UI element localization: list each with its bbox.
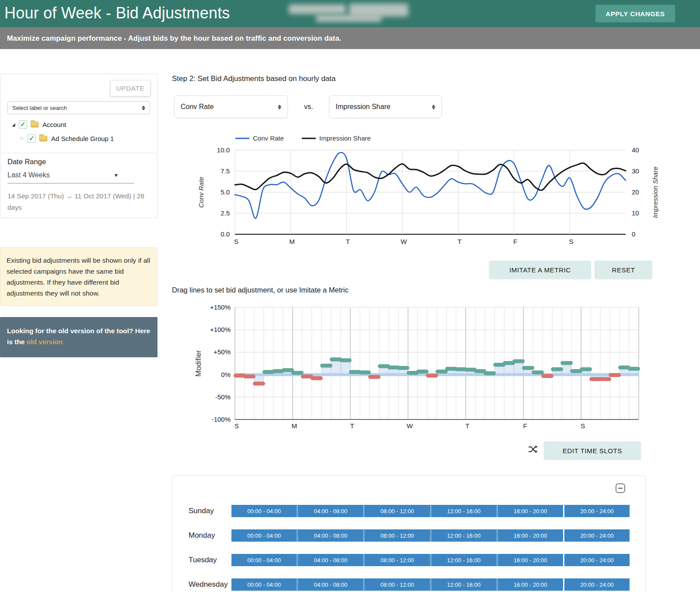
checkbox-checked[interactable] xyxy=(19,120,27,129)
svg-text:Conv Rate: Conv Rate xyxy=(253,134,284,142)
metric-select-secondary-value: Impression Share xyxy=(336,103,390,111)
modifier-handle[interactable] xyxy=(512,359,525,363)
modifier-step-chart[interactable]: +150%+100%+50%0%-50%-100%SMTWTFSModifier xyxy=(172,302,664,433)
reset-button[interactable]: RESET xyxy=(595,261,652,279)
svg-text:2.5: 2.5 xyxy=(220,209,230,217)
modifier-handle[interactable] xyxy=(340,358,352,362)
time-slot-chip[interactable]: 12:00 - 16:00 xyxy=(430,505,497,517)
metric-select-secondary[interactable]: Impression Share xyxy=(329,95,442,118)
shuffle-icon[interactable] xyxy=(527,444,539,455)
svg-text:10.0: 10.0 xyxy=(217,146,230,154)
tree-item-ad-schedule-group[interactable]: ▷ Ad Schedule Group 1 xyxy=(21,133,114,144)
folder-icon xyxy=(39,136,47,141)
checkbox-checked[interactable] xyxy=(28,134,36,143)
svg-text:T: T xyxy=(346,238,350,245)
modifier-handle[interactable] xyxy=(291,371,304,375)
time-slot-row: Tuesday00:00 - 04:0004:00 - 08:0008:00 -… xyxy=(172,554,645,566)
label-search-placeholder: Select label or search xyxy=(12,105,67,111)
modifier-handle[interactable] xyxy=(368,375,381,379)
metric-select-primary[interactable]: Conv Rate xyxy=(174,95,288,118)
modifier-handle[interactable] xyxy=(532,370,544,374)
modifier-handle[interactable] xyxy=(522,366,534,370)
modifier-handle[interactable] xyxy=(580,367,592,371)
collapse-icon[interactable] xyxy=(616,483,625,493)
time-slot-chip[interactable]: 04:00 - 08:00 xyxy=(297,529,363,542)
time-slot-chip[interactable]: 08:00 - 12:00 xyxy=(363,578,430,591)
time-slot-chip[interactable]: 04:00 - 08:00 xyxy=(297,554,363,566)
old-version-link[interactable]: old version xyxy=(27,338,63,345)
time-slot-row: Sunday00:00 - 04:0004:00 - 08:0008:00 - … xyxy=(172,505,645,517)
modifier-handle[interactable] xyxy=(483,371,496,375)
expander-closed-icon[interactable]: ▷ xyxy=(21,136,27,141)
time-slot-chip[interactable]: 00:00 - 04:00 xyxy=(231,578,297,591)
metric-select-primary-value: Conv Rate xyxy=(181,103,214,111)
modifier-handle[interactable] xyxy=(397,366,410,370)
modifier-handle[interactable] xyxy=(253,382,265,386)
time-slot-chip[interactable]: 20:00 - 24:00 xyxy=(563,578,630,591)
campaign-selector-panel: UPDATE Select label or search ◢ Account … xyxy=(0,74,158,218)
time-slot-chip[interactable]: 12:00 - 16:00 xyxy=(430,578,497,591)
day-label: Monday xyxy=(172,531,231,540)
svg-text:T: T xyxy=(350,422,354,430)
select-updown-icon xyxy=(278,105,281,109)
modifier-handle[interactable] xyxy=(551,367,563,371)
svg-text:0.0: 0.0 xyxy=(220,230,230,238)
time-slot-chip[interactable]: 16:00 - 20:00 xyxy=(497,505,563,517)
time-slot-chip[interactable]: 16:00 - 20:00 xyxy=(497,554,563,566)
time-slot-chip[interactable]: 04:00 - 08:00 xyxy=(297,578,363,591)
app-header: Hour of Week - Bid Adjustments APPLY CHA… xyxy=(0,0,700,27)
modifier-handle[interactable] xyxy=(560,361,573,365)
time-slot-chip[interactable]: 08:00 - 12:00 xyxy=(363,505,430,517)
tree-item-label[interactable]: Ad Schedule Group 1 xyxy=(51,135,114,142)
svg-text:Modifier: Modifier xyxy=(194,350,203,377)
time-slot-chip[interactable]: 08:00 - 12:00 xyxy=(363,529,430,542)
expander-open-icon[interactable]: ◢ xyxy=(12,122,18,127)
svg-text:F: F xyxy=(523,422,527,430)
update-button[interactable]: UPDATE xyxy=(110,80,150,96)
apply-changes-button[interactable]: APPLY CHANGES xyxy=(595,5,675,22)
svg-text:Impression Share: Impression Share xyxy=(319,134,371,142)
time-slot-chip[interactable]: 12:00 - 16:00 xyxy=(430,554,497,566)
svg-text:30: 30 xyxy=(632,167,639,175)
modifier-handle[interactable] xyxy=(416,370,429,374)
time-slot-chip[interactable]: 16:00 - 20:00 xyxy=(497,529,563,542)
svg-text:S: S xyxy=(569,238,573,245)
time-slot-chip[interactable]: 00:00 - 04:00 xyxy=(231,529,297,542)
svg-text:S: S xyxy=(234,422,239,430)
edit-time-slots-button[interactable]: EDIT TIME SLOTS xyxy=(544,441,641,460)
time-slot-chip[interactable]: 04:00 - 08:00 xyxy=(297,505,363,517)
modifier-handle[interactable] xyxy=(599,377,611,381)
vs-label: vs. xyxy=(304,95,313,118)
campaign-tree: ◢ Account ▷ Ad Schedule Group 1 xyxy=(12,119,114,147)
modifier-handle[interactable] xyxy=(359,370,371,374)
label-search-select[interactable]: Select label or search xyxy=(7,101,150,114)
svg-text:10: 10 xyxy=(632,209,639,217)
date-range-select[interactable]: Last 4 Weeks ▼ xyxy=(7,171,134,183)
day-label: Wednesday xyxy=(172,580,231,589)
time-slot-chip[interactable]: 16:00 - 20:00 xyxy=(497,578,563,591)
subtitle-bar: Maximize campaign performance - Adjust b… xyxy=(0,27,700,49)
imitate-a-metric-button[interactable]: IMITATE A METRIC xyxy=(489,261,591,279)
date-range-value: Last 4 Weeks xyxy=(7,171,50,179)
old-version-box: Looking for the old version of the tool?… xyxy=(0,317,158,357)
tree-item-account[interactable]: ◢ Account xyxy=(12,119,114,130)
time-slot-chip[interactable]: 00:00 - 04:00 xyxy=(231,505,297,517)
modifier-handle[interactable] xyxy=(320,364,332,368)
modifier-handle[interactable] xyxy=(426,374,438,377)
modifier-handle[interactable] xyxy=(541,374,553,378)
time-slot-chip[interactable]: 12:00 - 16:00 xyxy=(430,529,497,542)
modifier-handle[interactable] xyxy=(243,374,256,378)
time-slot-chip[interactable]: 20:00 - 24:00 xyxy=(563,529,630,542)
tree-item-label[interactable]: Account xyxy=(42,121,66,128)
svg-text:M: M xyxy=(292,422,298,430)
modifier-handle[interactable] xyxy=(609,373,621,377)
time-slot-chip[interactable]: 00:00 - 04:00 xyxy=(231,554,297,566)
time-slot-chip[interactable]: 08:00 - 12:00 xyxy=(363,554,430,566)
time-slot-chip[interactable]: 20:00 - 24:00 xyxy=(563,505,630,517)
time-slot-chip[interactable]: 20:00 - 24:00 xyxy=(563,554,630,566)
metrics-line-chart: 10.0407.5305.0202.5100.00SMTWTFSConv Rat… xyxy=(172,130,664,249)
modifier-handle[interactable] xyxy=(628,367,640,371)
svg-text:T: T xyxy=(466,422,469,430)
modifier-handle[interactable] xyxy=(311,376,323,380)
page-title: Hour of Week - Bid Adjustments xyxy=(4,0,230,26)
